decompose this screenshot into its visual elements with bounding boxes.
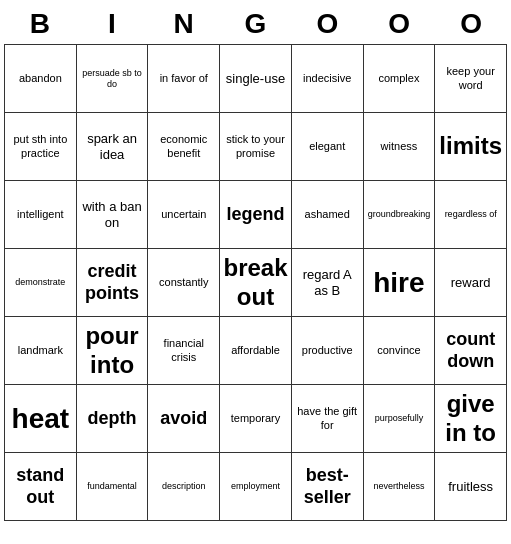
- cell-r1-c0: put sth into practice: [5, 113, 77, 181]
- cell-r1-c4: elegant: [292, 113, 364, 181]
- cell-r6-c0: stand out: [5, 453, 77, 521]
- cell-r5-c3: temporary: [220, 385, 292, 453]
- cell-r5-c2: avoid: [148, 385, 220, 453]
- cell-r4-c1: pour into: [77, 317, 149, 385]
- cell-r5-c5: purposefully: [364, 385, 436, 453]
- cell-r0-c6: keep your word: [435, 45, 507, 113]
- cell-r6-c2: description: [148, 453, 220, 521]
- cell-r3-c0: demonstrate: [5, 249, 77, 317]
- cell-r2-c5: groundbreaking: [364, 181, 436, 249]
- cell-r4-c4: productive: [292, 317, 364, 385]
- cell-r4-c5: convince: [364, 317, 436, 385]
- cell-r3-c4: regard A as B: [292, 249, 364, 317]
- cell-r0-c1: persuade sb to do: [77, 45, 149, 113]
- cell-r3-c5: hire: [364, 249, 436, 317]
- header-cell-O: O: [363, 4, 435, 44]
- cell-r3-c6: reward: [435, 249, 507, 317]
- cell-r1-c5: witness: [364, 113, 436, 181]
- cell-r0-c0: abandon: [5, 45, 77, 113]
- cell-r3-c1: credit points: [77, 249, 149, 317]
- cell-r5-c4: have the gift for: [292, 385, 364, 453]
- cell-r2-c3: legend: [220, 181, 292, 249]
- cell-r1-c2: economic benefit: [148, 113, 220, 181]
- cell-r5-c0: heat: [5, 385, 77, 453]
- cell-r4-c3: affordable: [220, 317, 292, 385]
- cell-r6-c3: employment: [220, 453, 292, 521]
- cell-r6-c6: fruitless: [435, 453, 507, 521]
- header-cell-O: O: [291, 4, 363, 44]
- cell-r6-c1: fundamental: [77, 453, 149, 521]
- cell-r1-c6: limits: [435, 113, 507, 181]
- cell-r4-c2: financial crisis: [148, 317, 220, 385]
- header-cell-G: G: [220, 4, 292, 44]
- cell-r3-c3: break out: [220, 249, 292, 317]
- header-cell-N: N: [148, 4, 220, 44]
- cell-r4-c6: count down: [435, 317, 507, 385]
- cell-r1-c3: stick to your promise: [220, 113, 292, 181]
- header-row: BINGOOO: [4, 4, 507, 44]
- cell-r3-c2: constantly: [148, 249, 220, 317]
- bingo-grid: abandonpersuade sb to doin favor ofsingl…: [4, 44, 507, 521]
- header-cell-B: B: [4, 4, 76, 44]
- cell-r2-c0: intelligent: [5, 181, 77, 249]
- cell-r0-c2: in favor of: [148, 45, 220, 113]
- header-cell-O: O: [435, 4, 507, 44]
- cell-r5-c1: depth: [77, 385, 149, 453]
- cell-r2-c1: with a ban on: [77, 181, 149, 249]
- cell-r6-c4: best-seller: [292, 453, 364, 521]
- cell-r2-c4: ashamed: [292, 181, 364, 249]
- cell-r0-c4: indecisive: [292, 45, 364, 113]
- cell-r1-c1: spark an idea: [77, 113, 149, 181]
- cell-r4-c0: landmark: [5, 317, 77, 385]
- cell-r0-c3: single-use: [220, 45, 292, 113]
- bingo-card: BINGOOO abandonpersuade sb to doin favor…: [0, 0, 511, 525]
- cell-r5-c6: give in to: [435, 385, 507, 453]
- header-cell-I: I: [76, 4, 148, 44]
- cell-r6-c5: nevertheless: [364, 453, 436, 521]
- cell-r2-c6: regardless of: [435, 181, 507, 249]
- cell-r2-c2: uncertain: [148, 181, 220, 249]
- cell-r0-c5: complex: [364, 45, 436, 113]
